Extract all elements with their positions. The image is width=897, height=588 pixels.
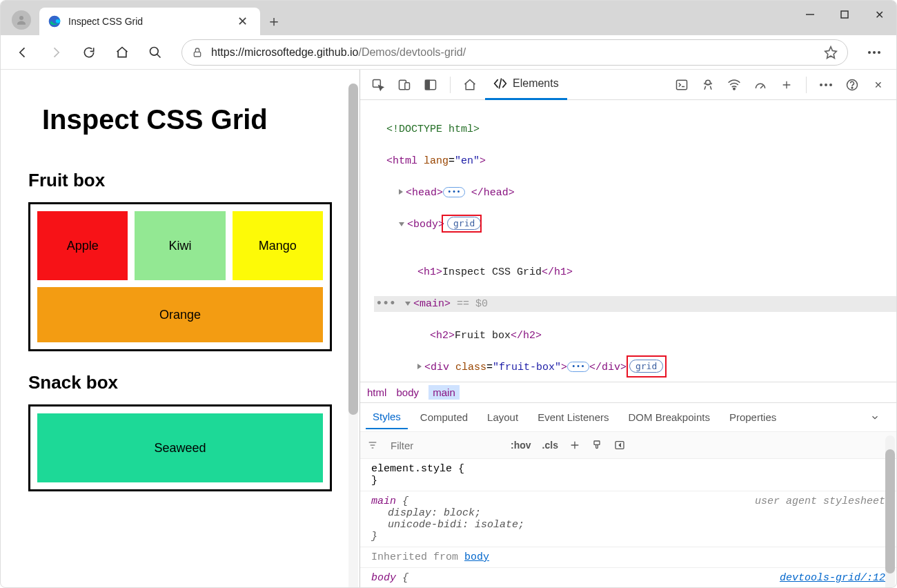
svg-point-0 — [19, 16, 23, 20]
devtools-close-icon[interactable]: ✕ — [867, 74, 889, 96]
devtools-menu-icon[interactable] — [815, 74, 837, 96]
svg-rect-3 — [841, 11, 848, 18]
page-title: Inspect CSS Grid — [42, 104, 332, 135]
favorite-icon[interactable] — [824, 46, 838, 59]
fruit-mango: Mango — [233, 211, 323, 280]
refresh-button[interactable] — [75, 39, 103, 66]
snack-box-title: Snack box — [28, 372, 332, 393]
help-icon[interactable] — [841, 74, 863, 96]
tab-event-listeners[interactable]: Event Listeners — [531, 406, 615, 429]
breadcrumb-body[interactable]: body — [397, 386, 420, 398]
svg-rect-13 — [426, 80, 430, 89]
profile-icon[interactable] — [12, 10, 31, 30]
page-content: Inspect CSS Grid Fruit box Apple Kiwi Ma… — [1, 70, 359, 588]
fruit-orange: Orange — [37, 287, 323, 342]
body-rule[interactable]: devtools-grid/:12 body { — [360, 568, 896, 588]
ellipsis-badge[interactable]: ••• — [443, 187, 465, 197]
sources-icon[interactable] — [697, 74, 719, 96]
ua-stylesheet-label: user agent stylesheet — [755, 496, 885, 507]
snack-seaweed: Seaweed — [37, 413, 323, 482]
tab-layout[interactable]: Layout — [480, 406, 525, 429]
styles-body[interactable]: element.style { } user agent stylesheet … — [360, 459, 896, 588]
svg-point-8 — [878, 51, 880, 54]
element-style-rule[interactable]: element.style { } — [360, 459, 896, 491]
computed-panel-icon[interactable] — [613, 440, 626, 451]
inspect-icon[interactable] — [367, 74, 389, 96]
hov-toggle[interactable]: :hov — [511, 440, 531, 451]
styles-tab-bar: Styles Computed Layout Event Listeners D… — [360, 402, 896, 431]
ellipsis-badge[interactable]: ••• — [567, 362, 589, 372]
elements-tab-label: Elements — [513, 77, 559, 90]
tab-properties[interactable]: Properties — [722, 406, 783, 429]
svg-point-16 — [733, 88, 736, 89]
welcome-tab-icon[interactable] — [459, 74, 481, 96]
breadcrumb: html body main — [360, 382, 896, 402]
tab-strip: Inspect CSS Grid ✕ ＋ ✕ — [1, 1, 896, 35]
fruit-box-grid: Apple Kiwi Mango Orange — [28, 202, 332, 351]
page-scrollbar[interactable] — [348, 84, 358, 588]
dock-icon[interactable] — [420, 74, 442, 96]
new-tab-button[interactable]: ＋ — [260, 8, 288, 35]
performance-icon[interactable] — [749, 74, 771, 96]
grid-badge-fruit[interactable]: grid — [629, 360, 663, 373]
address-bar[interactable]: https://microsoftedge.github.io/Demos/de… — [181, 39, 848, 66]
tab-close-button[interactable]: ✕ — [233, 12, 252, 31]
devtools-scrollbar-thumb[interactable] — [885, 449, 895, 574]
window-close-button[interactable]: ✕ — [862, 1, 896, 28]
breadcrumb-main[interactable]: main — [428, 385, 460, 400]
svg-point-19 — [829, 84, 832, 86]
tab-styles[interactable]: Styles — [366, 405, 408, 429]
svg-point-17 — [820, 84, 822, 86]
dom-tree[interactable]: <!DOCTYPE html> <html lang="en"> <head>•… — [360, 100, 896, 382]
console-icon[interactable] — [671, 74, 693, 96]
workspace: Inspect CSS Grid Fruit box Apple Kiwi Ma… — [1, 70, 896, 588]
settings-menu-button[interactable] — [860, 39, 888, 66]
new-rule-icon[interactable] — [569, 440, 580, 451]
paintbrush-icon[interactable] — [591, 440, 602, 451]
expand-panel-icon[interactable] — [870, 413, 891, 422]
browser-toolbar: https://microsoftedge.github.io/Demos/de… — [1, 35, 896, 70]
devtools-scrollbar[interactable] — [885, 435, 895, 588]
inherited-from: Inherited from body — [360, 547, 896, 568]
svg-rect-5 — [194, 52, 200, 57]
filter-icon — [367, 440, 378, 451]
page-scrollbar-thumb[interactable] — [348, 84, 358, 415]
cls-toggle[interactable]: .cls — [542, 440, 558, 451]
lock-icon — [192, 47, 203, 58]
inherited-link[interactable]: body — [464, 551, 489, 563]
elements-tab[interactable]: Elements — [485, 70, 567, 100]
svg-point-4 — [150, 47, 159, 55]
svg-point-7 — [873, 51, 876, 54]
devtools-toolbar: Elements ✕ — [360, 70, 896, 100]
filter-input[interactable] — [389, 439, 500, 452]
tab-dom-breakpoints[interactable]: DOM Breakpoints — [622, 406, 717, 429]
main-rule[interactable]: user agent stylesheet main { display: bl… — [360, 491, 896, 547]
tab-computed[interactable]: Computed — [413, 406, 475, 429]
breadcrumb-html[interactable]: html — [367, 386, 386, 398]
source-link[interactable]: devtools-grid/:12 — [780, 572, 885, 584]
back-button[interactable] — [9, 39, 37, 66]
maximize-button[interactable] — [827, 1, 862, 28]
grid-badge-body[interactable]: grid — [447, 217, 481, 230]
devtools-pane: Elements ✕ <!DOCTYPE html> <html lang="e… — [359, 70, 896, 588]
svg-point-18 — [825, 84, 827, 86]
styles-toolbar: :hov .cls — [360, 431, 896, 459]
fruit-box-title: Fruit box — [28, 170, 332, 191]
forward-button[interactable] — [42, 39, 70, 66]
svg-rect-11 — [405, 82, 410, 89]
home-button[interactable] — [108, 39, 136, 66]
url-text: https://microsoftedge.github.io/Demos/de… — [211, 46, 466, 59]
minimize-button[interactable] — [793, 1, 827, 28]
network-icon[interactable] — [723, 74, 745, 96]
search-button[interactable] — [141, 39, 169, 66]
svg-point-6 — [868, 51, 871, 54]
browser-tab[interactable]: Inspect CSS Grid ✕ — [39, 8, 260, 35]
svg-point-21 — [851, 87, 853, 88]
fruit-apple: Apple — [37, 211, 128, 280]
fruit-kiwi: Kiwi — [135, 211, 225, 280]
more-tabs-icon[interactable] — [776, 74, 798, 96]
edge-icon — [48, 14, 61, 28]
svg-rect-22 — [594, 441, 600, 444]
device-toggle-icon[interactable] — [393, 74, 415, 96]
tab-title: Inspect CSS Grid — [68, 16, 143, 27]
